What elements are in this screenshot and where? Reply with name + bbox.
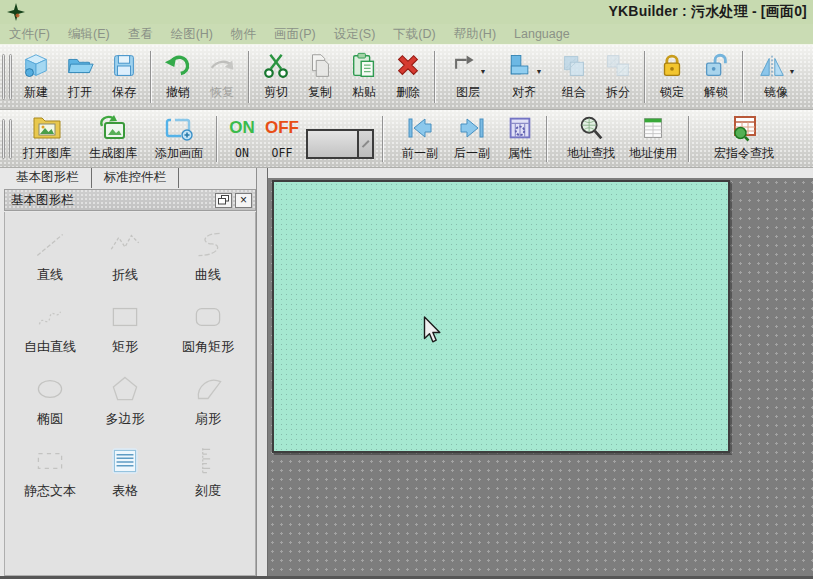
- shape-tool-curve[interactable]: 曲线: [161, 224, 255, 296]
- shape-tool-ellipse[interactable]: 椭圆: [11, 368, 89, 440]
- layers-dropdown-icon[interactable]: ▼: [480, 68, 487, 75]
- combobox-drop-button[interactable]: [357, 131, 372, 157]
- toolbar-separator: [150, 51, 152, 103]
- menu-screen[interactable]: 画面(P): [265, 24, 325, 45]
- align-button[interactable]: ▼ 对齐: [496, 45, 552, 109]
- screen0-canvas[interactable]: [272, 180, 730, 453]
- build-gallery-button[interactable]: 生成图库: [80, 110, 146, 167]
- state-combobox[interactable]: [306, 129, 374, 159]
- copy-icon: [305, 51, 335, 81]
- shape-tool-polyline[interactable]: 折线: [89, 224, 161, 296]
- undo-icon: [163, 51, 193, 81]
- toolbar-grip[interactable]: [9, 119, 12, 159]
- shape-tool-static-text[interactable]: 静态文本: [11, 440, 89, 512]
- shape-tool-table[interactable]: 表格: [89, 440, 161, 512]
- paste-button[interactable]: 粘贴: [342, 45, 386, 109]
- close-panel-button[interactable]: ×: [235, 193, 252, 208]
- toolbar-grip[interactable]: [9, 54, 12, 100]
- off-state-icon: OFF: [265, 113, 299, 143]
- sidebar-tabs: 基本图形栏 标准控件栏: [4, 168, 256, 188]
- workspace-top-strip: [268, 168, 813, 178]
- toolbar-grip[interactable]: [2, 119, 5, 159]
- paste-icon: [349, 51, 379, 81]
- next-screen-button[interactable]: 后一副: [446, 110, 498, 167]
- address-search-icon: [576, 114, 606, 142]
- undo-button[interactable]: 撤销: [156, 45, 200, 109]
- open-project-icon: [65, 51, 95, 81]
- menubar: 文件(F) 编辑(E) 查看 绘图(H) 物件 画面(P) 设定(S) 下载(D…: [0, 24, 813, 45]
- add-screen-icon: [163, 114, 195, 142]
- toolbar-grip[interactable]: [2, 54, 5, 100]
- redo-button[interactable]: 恢复: [200, 45, 244, 109]
- menu-download[interactable]: 下载(D): [384, 24, 444, 45]
- content-area: 基本图形栏 标准控件栏 基本图形栏 × 直线: [0, 168, 813, 579]
- menu-help[interactable]: 帮助(H): [445, 24, 505, 45]
- open-gallery-icon: [31, 114, 63, 142]
- menu-object[interactable]: 物件: [222, 24, 265, 45]
- shape-tool-freehand-line[interactable]: 自由直线: [11, 296, 89, 368]
- copy-button[interactable]: 复制: [298, 45, 342, 109]
- open-gallery-button[interactable]: 打开图库: [14, 110, 80, 167]
- new-button[interactable]: 新建: [14, 45, 58, 109]
- titlebar: YKBuilder : 污水处理 - [画面0]: [0, 0, 813, 24]
- prev-screen-button[interactable]: 前一副: [394, 110, 446, 167]
- shape-tool-rounded-rectangle[interactable]: 圆角矩形: [161, 296, 255, 368]
- lock-button[interactable]: 锁定: [650, 45, 694, 109]
- shape-palette: 直线 折线 曲线 自: [4, 212, 256, 576]
- workspace-background: [268, 178, 813, 576]
- group-button[interactable]: 组合: [552, 45, 596, 109]
- delete-button[interactable]: 删除: [386, 45, 430, 109]
- polygon-icon: [106, 368, 144, 410]
- shape-tool-sector[interactable]: 扇形: [161, 368, 255, 440]
- next-screen-icon: [456, 114, 488, 142]
- build-gallery-icon: [97, 114, 129, 142]
- scale-icon: [189, 440, 227, 482]
- line-icon: [31, 224, 69, 266]
- address-usage-button[interactable]: 地址使用: [622, 110, 684, 167]
- shape-tool-scale[interactable]: 刻度: [161, 440, 255, 512]
- open-button[interactable]: 打开: [58, 45, 102, 109]
- menu-draw[interactable]: 绘图(H): [162, 24, 222, 45]
- layers-button[interactable]: ▼ 图层: [440, 45, 496, 109]
- menu-settings[interactable]: 设定(S): [325, 24, 385, 45]
- mirror-icon: [757, 51, 787, 81]
- split-button[interactable]: 拆分: [596, 45, 640, 109]
- table-icon: [106, 440, 144, 482]
- on-state-button[interactable]: ON ON: [222, 110, 262, 167]
- cut-icon: [261, 51, 291, 81]
- macro-search-icon: [728, 114, 760, 142]
- mirror-dropdown-icon[interactable]: ▼: [789, 68, 796, 75]
- menu-language[interactable]: Language: [505, 25, 579, 43]
- save-button[interactable]: 保存: [102, 45, 146, 109]
- add-screen-button[interactable]: 添加画面: [146, 110, 212, 167]
- lock-icon: [657, 51, 687, 81]
- split-icon: [603, 51, 633, 81]
- shape-tool-line[interactable]: 直线: [11, 224, 89, 296]
- macro-search-button[interactable]: 宏指令查找: [704, 110, 784, 167]
- shape-tool-polygon[interactable]: 多边形: [89, 368, 161, 440]
- off-state-button[interactable]: OFF OFF: [262, 110, 302, 167]
- toolbar-separator: [688, 116, 690, 162]
- toolbar-separator: [248, 51, 250, 103]
- workspace: [268, 168, 813, 579]
- float-panel-button[interactable]: [215, 193, 232, 208]
- sidebar-splitter[interactable]: [256, 168, 268, 579]
- screen-toolbar: 打开图库 生成图库 添加画面: [0, 110, 813, 168]
- menu-view[interactable]: 查看: [119, 24, 162, 45]
- toolbar-separator: [644, 51, 646, 103]
- menu-file[interactable]: 文件(F): [0, 24, 59, 45]
- toolbar-separator: [546, 116, 548, 162]
- properties-button[interactable]: 属性: [498, 110, 542, 167]
- window-title: YKBuilder : 污水处理 - [画面0]: [25, 3, 813, 21]
- menu-edit[interactable]: 编辑(E): [59, 24, 119, 45]
- address-search-button[interactable]: 地址查找: [560, 110, 622, 167]
- cut-button[interactable]: 剪切: [254, 45, 298, 109]
- mirror-button[interactable]: ▼ 镜像: [748, 45, 804, 109]
- address-usage-icon: [638, 114, 668, 142]
- shape-tool-rectangle[interactable]: 矩形: [89, 296, 161, 368]
- tab-standard-controls[interactable]: 标准控件栏: [92, 168, 180, 188]
- align-dropdown-icon[interactable]: ▼: [536, 68, 543, 75]
- delete-icon: [393, 51, 423, 81]
- unlock-button[interactable]: 解锁: [694, 45, 738, 109]
- tab-basic-shapes[interactable]: 基本图形栏: [4, 168, 92, 188]
